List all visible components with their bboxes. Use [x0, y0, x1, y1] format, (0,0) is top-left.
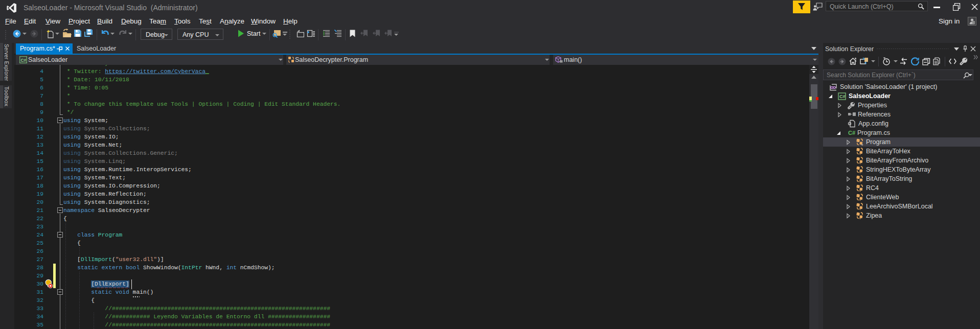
- svg-text:C#: C#: [839, 94, 846, 99]
- svg-text:C#: C#: [848, 130, 855, 136]
- svg-text:C#: C#: [20, 58, 26, 63]
